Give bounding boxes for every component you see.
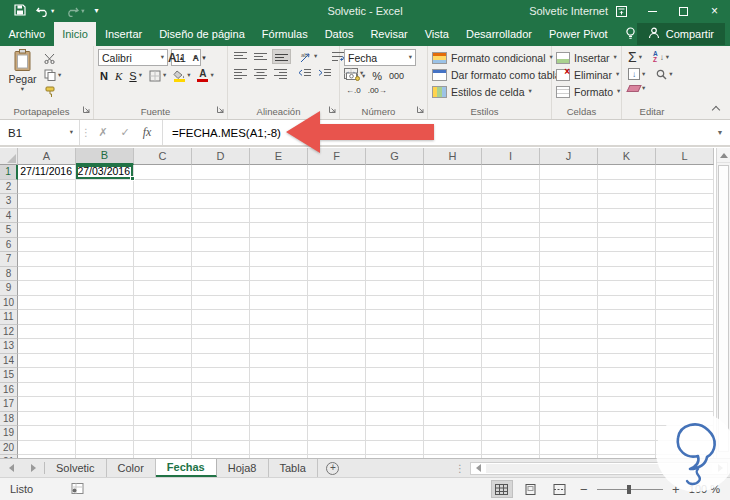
close-button[interactable]: ×: [699, 0, 730, 22]
cell-J19[interactable]: [540, 426, 598, 441]
cell-K13[interactable]: [598, 339, 656, 354]
formula-bar-splitter[interactable]: ⋮: [80, 120, 92, 145]
cell-H8[interactable]: [424, 267, 482, 282]
cell-A19[interactable]: [18, 426, 76, 441]
cells-button-eliminar[interactable]: Eliminar▾: [556, 66, 618, 83]
cell-L6[interactable]: [656, 238, 714, 253]
cell-A6[interactable]: [18, 238, 76, 253]
cell-F12[interactable]: [308, 325, 366, 340]
cell-E10[interactable]: [250, 296, 308, 311]
cell-J15[interactable]: [540, 368, 598, 383]
cell-J9[interactable]: [540, 281, 598, 296]
cell-D17[interactable]: [192, 397, 250, 412]
percent-format-button[interactable]: %: [370, 69, 384, 83]
cell-L10[interactable]: [656, 296, 714, 311]
cell-B14[interactable]: [76, 354, 134, 369]
ribbon-display-options-icon[interactable]: [606, 0, 637, 22]
account-name[interactable]: Solvetic Internet: [529, 5, 608, 17]
cell-G5[interactable]: [366, 223, 424, 238]
cell-H20[interactable]: [424, 441, 482, 456]
cell-D8[interactable]: [192, 267, 250, 282]
vertical-scroll-thumb[interactable]: [718, 165, 729, 452]
cell-B6[interactable]: [76, 238, 134, 253]
cell-G3[interactable]: [366, 194, 424, 209]
row-header-9[interactable]: 9: [0, 281, 18, 296]
cell-B5[interactable]: [76, 223, 134, 238]
cell-E13[interactable]: [250, 339, 308, 354]
cell-K2[interactable]: [598, 180, 656, 195]
font-name-select[interactable]: Calibri▾: [98, 49, 168, 66]
cell-E4[interactable]: [250, 209, 308, 224]
cell-C15[interactable]: [134, 368, 192, 383]
cell-I19[interactable]: [482, 426, 540, 441]
sheet-nav-left-icon[interactable]: [0, 459, 22, 477]
cell-B7[interactable]: [76, 252, 134, 267]
row-header-1[interactable]: 1: [0, 165, 18, 180]
insert-function-button[interactable]: fx: [136, 125, 158, 140]
tab-power-pivot[interactable]: Power Pivot: [540, 22, 616, 46]
horizontal-scrollbar[interactable]: [470, 462, 728, 475]
cell-J3[interactable]: [540, 194, 598, 209]
tab-revisar[interactable]: Revisar: [362, 22, 416, 46]
row-header-17[interactable]: 17: [0, 397, 18, 412]
cell-C5[interactable]: [134, 223, 192, 238]
cell-A17[interactable]: [18, 397, 76, 412]
zoom-slider-thumb[interactable]: [627, 485, 631, 494]
cell-C19[interactable]: [134, 426, 192, 441]
align-right-button[interactable]: [272, 67, 289, 80]
new-sheet-button[interactable]: +: [318, 459, 348, 477]
cell-A11[interactable]: [18, 310, 76, 325]
cell-F7[interactable]: [308, 252, 366, 267]
fill-handle[interactable]: [130, 176, 135, 181]
column-header-I[interactable]: I: [482, 148, 540, 165]
cell-C6[interactable]: [134, 238, 192, 253]
cell-K11[interactable]: [598, 310, 656, 325]
row-header-19[interactable]: 19: [0, 426, 18, 441]
share-button[interactable]: Compartir: [637, 23, 725, 45]
cell-L1[interactable]: [656, 165, 714, 180]
cancel-entry-icon[interactable]: ✗: [92, 126, 114, 139]
cell-G19[interactable]: [366, 426, 424, 441]
cell-B16[interactable]: [76, 383, 134, 398]
row-header-12[interactable]: 12: [0, 325, 18, 340]
cell-D12[interactable]: [192, 325, 250, 340]
cell-H1[interactable]: [424, 165, 482, 180]
cell-B15[interactable]: [76, 368, 134, 383]
cell-D5[interactable]: [192, 223, 250, 238]
cell-F16[interactable]: [308, 383, 366, 398]
cell-L11[interactable]: [656, 310, 714, 325]
cell-D11[interactable]: [192, 310, 250, 325]
cell-G6[interactable]: [366, 238, 424, 253]
cell-F2[interactable]: [308, 180, 366, 195]
cell-L18[interactable]: [656, 412, 714, 427]
cell-F20[interactable]: [308, 441, 366, 456]
scroll-left-icon[interactable]: [471, 463, 485, 474]
cell-L15[interactable]: [656, 368, 714, 383]
cell-D14[interactable]: [192, 354, 250, 369]
bold-button[interactable]: N: [98, 69, 110, 83]
cell-C17[interactable]: [134, 397, 192, 412]
column-header-B[interactable]: B: [76, 148, 134, 165]
confirm-entry-icon[interactable]: ✓: [114, 126, 136, 139]
cell-I7[interactable]: [482, 252, 540, 267]
cell-J20[interactable]: [540, 441, 598, 456]
cell-K17[interactable]: [598, 397, 656, 412]
cell-H12[interactable]: [424, 325, 482, 340]
increase-decimal-button[interactable]: ←.0: [344, 85, 363, 96]
cell-A9[interactable]: [18, 281, 76, 296]
cell-E18[interactable]: [250, 412, 308, 427]
cell-K6[interactable]: [598, 238, 656, 253]
cell-A12[interactable]: [18, 325, 76, 340]
cell-B3[interactable]: [76, 194, 134, 209]
row-header-18[interactable]: 18: [0, 412, 18, 427]
undo-button[interactable]: ▾: [34, 5, 56, 18]
cell-H14[interactable]: [424, 354, 482, 369]
cell-I5[interactable]: [482, 223, 540, 238]
cell-A4[interactable]: [18, 209, 76, 224]
cell-J8[interactable]: [540, 267, 598, 282]
cell-L19[interactable]: [656, 426, 714, 441]
cell-B17[interactable]: [76, 397, 134, 412]
cell-L2[interactable]: [656, 180, 714, 195]
cell-E15[interactable]: [250, 368, 308, 383]
cell-C16[interactable]: [134, 383, 192, 398]
